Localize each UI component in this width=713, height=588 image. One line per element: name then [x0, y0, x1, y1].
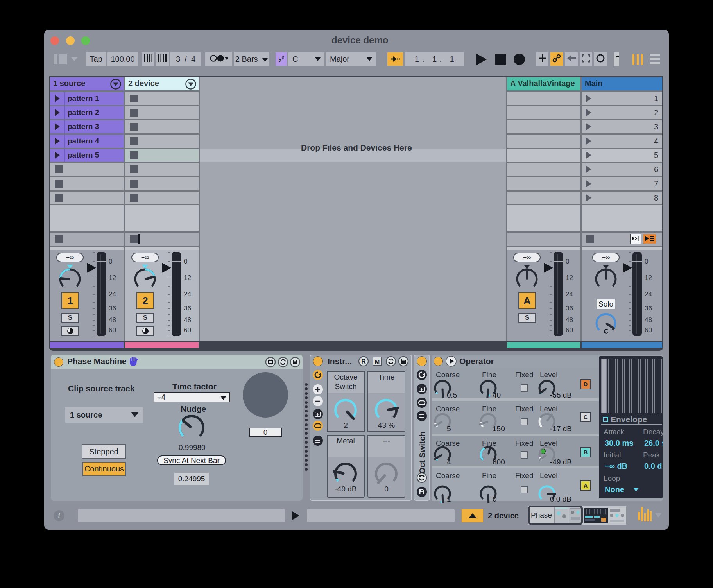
- svg-text:R: R: [361, 358, 366, 365]
